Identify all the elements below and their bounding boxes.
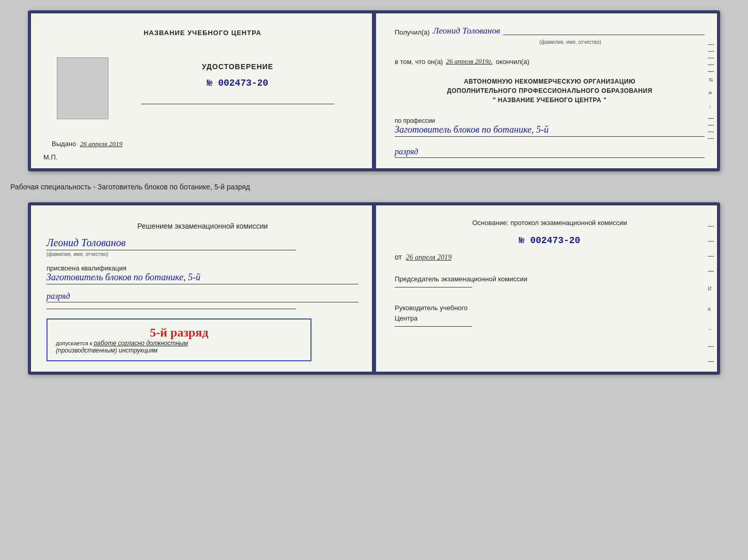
side-lines-1: И а ←: [708, 44, 714, 139]
from-date-section: от 26 апреля 2019: [395, 253, 705, 262]
profession-value-1: Заготовитель блоков по ботанике, 5-й: [395, 124, 705, 137]
separator-text: Рабочая специальность - Заготовитель бло…: [10, 181, 703, 193]
org-line2: ДОПОЛНИТЕЛЬНОГО ПРОФЕССИОНАЛЬНОГО ОБРАЗО…: [395, 86, 705, 95]
center-label: Центра: [395, 313, 705, 324]
chairman-sig-line: [395, 287, 472, 287]
decision-prefix: Решением экзаменационной комиссии: [137, 222, 268, 230]
page-wrapper: НАЗВАНИЕ УЧЕБНОГО ЦЕНТРА УДОСТОВЕРЕНИЕ №…: [10, 10, 738, 375]
razryad-value-1: разряд: [395, 147, 705, 158]
qualification-label: присвоена квалификация: [46, 264, 359, 272]
cert-label: УДОСТОВЕРЕНИЕ: [202, 62, 273, 71]
chairman-label: Председатель экзаменационной комиссии: [395, 274, 705, 284]
stamp-box: 5-й разряд допускается к работе согласно…: [46, 318, 311, 361]
certificate-card-2: Решением экзаменационной комиссии Леонид…: [28, 202, 720, 375]
cert-number-2: № 002473-20: [395, 235, 705, 246]
stamp-italic-1: работе согласно должностным: [94, 340, 188, 347]
from-label: от: [395, 253, 402, 261]
director-label: Руководитель учебного: [395, 303, 705, 313]
org-line3: " НАЗВАНИЕ УЧЕБНОГО ЦЕНТРА ": [395, 95, 705, 105]
stamp-big-text: 5-й разряд: [56, 326, 302, 340]
basis-label: Основание: протокол экзаменационной коми…: [395, 218, 705, 228]
issued-label: Выдано: [52, 140, 76, 148]
qualification-value: Заготовитель блоков по ботанике, 5-й: [46, 272, 359, 284]
issued-date-1: 26 апреля 2019: [80, 140, 122, 148]
side-lines-2: И а ←: [708, 226, 714, 375]
fio-label-1: (фамилия, имя, отчество): [436, 39, 705, 45]
stamp-prefix: допускается к работе согласно должностны…: [56, 340, 302, 347]
cert1-left-panel: НАЗВАНИЕ УЧЕБНОГО ЦЕНТРА УДОСТОВЕРЕНИЕ №…: [31, 13, 374, 168]
org-block: АВТОНОМНУЮ НЕКОММЕРЧЕСКУЮ ОРГАНИЗАЦИЮ ДО…: [395, 77, 705, 105]
mp-label: М.П.: [43, 153, 57, 161]
fio-label-2: (фамилия, имя, отчество): [46, 251, 108, 257]
received-prefix: Получил(а): [395, 28, 430, 36]
cert2-right-panel: Основание: протокол экзаменационной коми…: [374, 205, 717, 372]
recipient-name-1: Леонид Толованов: [433, 26, 500, 36]
org-line1: АВТОНОМНУЮ НЕКОММЕРЧЕСКУЮ ОРГАНИЗАЦИЮ: [395, 77, 705, 86]
certificate-card-1: НАЗВАНИЕ УЧЕБНОГО ЦЕНТРА УДОСТОВЕРЕНИЕ №…: [28, 10, 720, 171]
director-sig-line: [395, 326, 472, 327]
cert-number-1: № 002473-20: [207, 78, 269, 88]
name-dash-1: [503, 35, 705, 35]
photo-placeholder: [57, 57, 108, 119]
cert1-right-panel: Получил(а) Леонид Толованов (фамилия, им…: [374, 13, 717, 168]
person-name-2: Леонид Толованов: [46, 237, 126, 249]
cert2-left-panel: Решением экзаменационной комиссии Леонид…: [31, 205, 374, 372]
stamp-italic-2: (производственным) инструкциям: [56, 347, 302, 354]
finished-label: окончил(а): [496, 58, 529, 66]
in-that-prefix: в том, что он(а): [395, 58, 443, 66]
razryad-value-2: разряд: [46, 292, 359, 302]
date-value-1: 26 апреля 2019г.: [446, 57, 492, 66]
profession-label: по профессии: [395, 117, 705, 124]
from-date-value: 26 апреля 2019: [406, 253, 451, 261]
center-title-1: НАЗВАНИЕ УЧЕБНОГО ЦЕНТРА: [144, 29, 261, 37]
cert-number-section: № 002473-20: [395, 235, 705, 246]
